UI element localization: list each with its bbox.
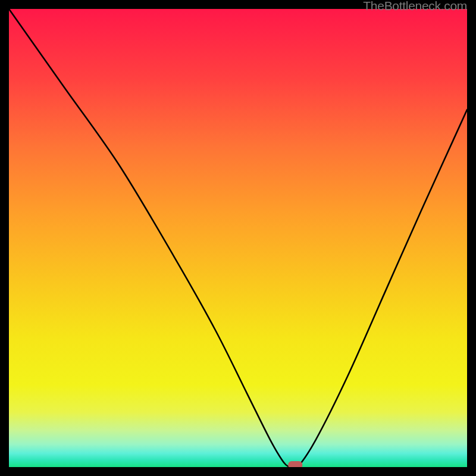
watermark-text: TheBottleneck.com: [363, 0, 467, 13]
plot-svg: [9, 9, 467, 467]
plot-area: [9, 9, 467, 467]
chart-frame: TheBottleneck.com: [0, 0, 476, 476]
bottleneck-curve: [9, 9, 467, 467]
optimal-marker: [288, 461, 302, 467]
